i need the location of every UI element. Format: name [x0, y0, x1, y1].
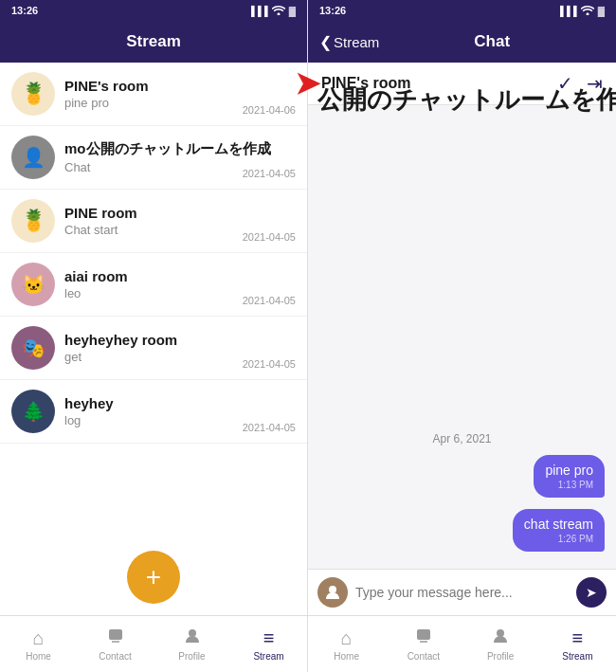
left-bottom-nav: ⌂ Home Contact Profile ≡ Stream — [0, 615, 307, 672]
chat-name: aiai room — [64, 268, 296, 284]
list-item[interactable]: 👤 mo公開のチャットルームを作成 Chat 2021-04-05 — [0, 126, 307, 190]
chat-name: mo公開のチャットルームを作成 — [64, 140, 296, 158]
right-status-bar: 13:26 ▐▐▐ ▓ — [308, 0, 616, 21]
right-nav-header: ❮ Stream Chat — [308, 21, 616, 63]
chat-room-header: ➤ ✓ ⇥ — [308, 63, 616, 105]
wifi-icon — [272, 5, 285, 17]
right-nav-label-profile: Profile — [487, 651, 514, 662]
right-nav-item-stream[interactable]: ≡ Stream — [539, 616, 616, 672]
message-time: 1:13 PM — [545, 480, 593, 490]
chat-name: heyheyhey room — [64, 332, 296, 348]
svg-point-2 — [189, 629, 196, 637]
avatar: 🍍 — [11, 199, 55, 243]
message-bubble: chat stream 1:26 PM — [513, 509, 605, 552]
input-avatar — [317, 577, 348, 608]
avatar: 👤 — [11, 136, 55, 179]
right-wifi-icon — [581, 5, 594, 17]
contact-icon — [107, 627, 124, 649]
date-separator: Apr 6, 2021 — [319, 432, 605, 445]
back-label: Stream — [334, 34, 379, 50]
right-nav-item-contact[interactable]: Contact — [385, 616, 462, 672]
message-bubble: pine pro 1:13 PM — [534, 455, 605, 498]
right-bottom-nav: ⌂ Home Contact Profile ≡ Stream — [308, 615, 616, 672]
left-status-icons: ▐▐▐ ▓ — [247, 5, 296, 17]
right-contact-icon — [415, 627, 432, 649]
right-nav-title: Chat — [474, 32, 510, 51]
svg-point-3 — [329, 586, 336, 593]
right-nav-label-stream: Stream — [562, 651, 592, 662]
right-time: 13:26 — [319, 5, 346, 16]
nav-item-stream[interactable]: ≡ Stream — [230, 616, 307, 672]
chat-name: PINE's room — [64, 78, 296, 94]
chat-date: 2021-04-05 — [243, 168, 296, 179]
room-header-actions: ✓ ⇥ — [557, 72, 603, 95]
nav-label-profile: Profile — [178, 651, 205, 662]
nav-item-home[interactable]: ⌂ Home — [0, 616, 77, 672]
chat-date: 2021-04-06 — [243, 104, 296, 116]
stream-icon: ≡ — [263, 627, 275, 649]
left-time: 13:26 — [11, 5, 38, 16]
right-signal-icon: ▐▐▐ — [556, 6, 576, 16]
right-stream-icon: ≡ — [572, 627, 584, 649]
profile-icon — [184, 627, 201, 649]
right-nav-label-home: Home — [334, 651, 359, 662]
back-button[interactable]: ❮ Stream — [319, 33, 379, 51]
svg-rect-4 — [417, 629, 430, 640]
chat-name: PINE room — [64, 205, 296, 221]
send-icon: ➤ — [586, 585, 597, 600]
right-home-icon: ⌂ — [341, 627, 353, 649]
right-nav-label-contact: Contact — [408, 651, 440, 662]
checkmark-icon[interactable]: ✓ — [557, 72, 573, 95]
nav-item-profile[interactable]: Profile — [154, 616, 230, 672]
right-battery-icon: ▓ — [598, 6, 605, 16]
nav-label-home: Home — [26, 651, 51, 662]
add-room-button[interactable]: + — [127, 551, 180, 604]
avatar: 🍍 — [11, 72, 55, 116]
chat-date: 2021-04-05 — [243, 295, 296, 306]
chat-name: heyhey — [64, 395, 296, 411]
chat-date: 2021-04-05 — [243, 422, 296, 433]
chat-input-bar: ➤ — [308, 569, 616, 615]
exit-icon[interactable]: ⇥ — [587, 72, 603, 95]
right-profile-icon — [492, 627, 509, 649]
battery-icon: ▓ — [289, 6, 296, 16]
list-item[interactable]: 🍍 PINE room Chat start 2021-04-05 — [0, 190, 307, 253]
right-panel: 公開のチャットルームを作成 13:26 ▐▐▐ ▓ ❮ Stream Chat … — [308, 0, 616, 672]
right-nav-item-profile[interactable]: Profile — [462, 616, 539, 672]
left-status-bar: 13:26 ▐▐▐ ▓ — [0, 0, 307, 21]
message-spacer — [319, 117, 605, 423]
chat-messages-area[interactable]: Apr 6, 2021 pine pro 1:13 PM chat stream… — [308, 105, 616, 569]
send-button[interactable]: ➤ — [576, 577, 607, 608]
svg-rect-0 — [109, 629, 122, 640]
list-item[interactable]: 🌲 heyhey log 2021-04-05 — [0, 380, 307, 444]
nav-item-contact[interactable]: Contact — [77, 616, 154, 672]
avatar: 🌲 — [11, 390, 55, 433]
avatar: 🎭 — [11, 326, 55, 370]
message-time: 1:26 PM — [524, 534, 593, 544]
nav-label-contact: Contact — [99, 651, 131, 662]
home-icon: ⌂ — [32, 627, 44, 649]
chat-list: 🍍 PINE's room pine pro 2021-04-06 👤 mo公開… — [0, 63, 307, 539]
message-text: chat stream — [524, 517, 593, 532]
message-text: pine pro — [545, 463, 593, 478]
signal-icon: ▐▐▐ — [247, 6, 267, 16]
chat-date: 2021-04-05 — [243, 231, 296, 243]
svg-point-6 — [497, 629, 504, 637]
room-name-input[interactable] — [321, 75, 557, 92]
avatar: 🐱 — [11, 263, 55, 306]
list-item[interactable]: 🐱 aiai room leo 2021-04-05 — [0, 253, 307, 317]
chat-date: 2021-04-05 — [243, 358, 296, 370]
list-item[interactable]: 🎭 heyheyhey room get 2021-04-05 — [0, 317, 307, 380]
list-item[interactable]: 🍍 PINE's room pine pro 2021-04-06 — [0, 63, 307, 126]
fab-container: + — [0, 539, 307, 615]
left-panel: 13:26 ▐▐▐ ▓ Stream 🍍 PINE's room pine pr… — [0, 0, 308, 672]
nav-label-stream: Stream — [253, 651, 283, 662]
right-status-icons: ▐▐▐ ▓ — [556, 5, 605, 17]
message-input[interactable] — [355, 585, 569, 600]
left-nav-header: Stream — [0, 21, 307, 63]
left-header-title: Stream — [126, 32, 181, 51]
right-nav-item-home[interactable]: ⌂ Home — [308, 616, 385, 672]
back-chevron-icon: ❮ — [319, 33, 332, 51]
